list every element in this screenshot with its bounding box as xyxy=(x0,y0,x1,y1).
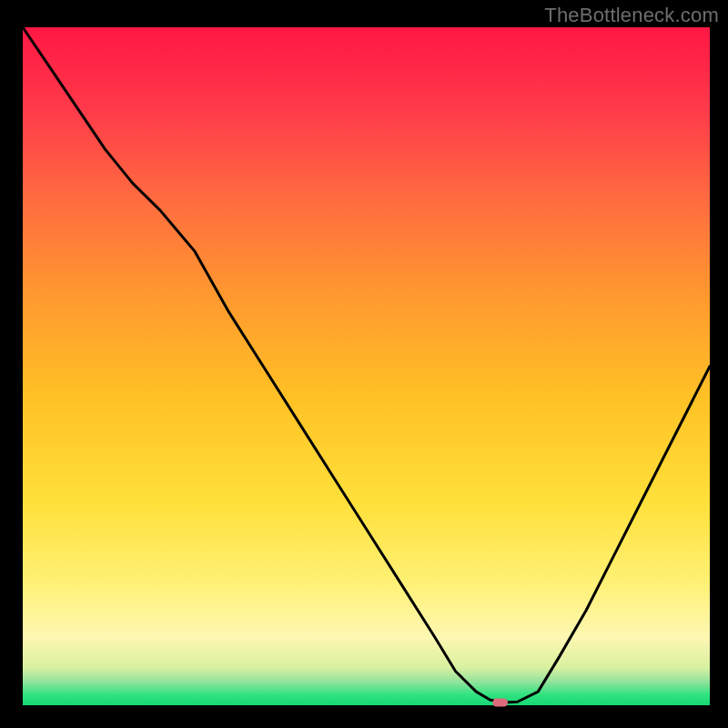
plot-background xyxy=(23,27,710,705)
chart-container: TheBottleneck.com xyxy=(0,0,728,728)
watermark-text: TheBottleneck.com xyxy=(544,4,719,27)
minimum-marker xyxy=(492,699,508,707)
bottleneck-chart xyxy=(0,0,728,728)
